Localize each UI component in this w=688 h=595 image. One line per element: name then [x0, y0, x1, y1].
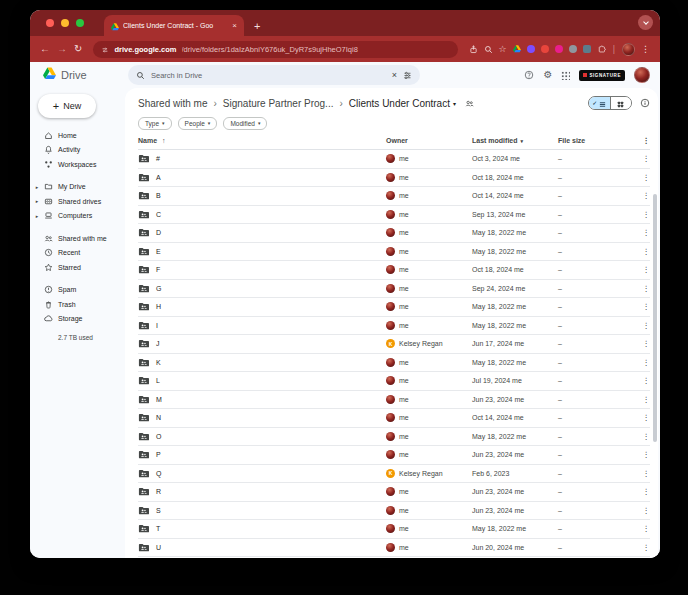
address-bar[interactable]: drive.google.com/drive/folders/1daIzAbni…	[93, 41, 457, 58]
grid-view-button[interactable]	[610, 97, 632, 109]
reload-button[interactable]: ↻	[74, 44, 82, 54]
header-modified[interactable]: Last modified ▾	[472, 137, 558, 144]
browser-tab[interactable]: Clients Under Contract - Goo ×	[104, 15, 244, 36]
folder-name-cell[interactable]: G	[138, 283, 386, 294]
minimize-window-button[interactable]	[61, 19, 69, 27]
header-size[interactable]: File size	[558, 137, 632, 144]
row-menu-button[interactable]: ⋮	[632, 358, 650, 367]
folder-name-cell[interactable]: N	[138, 412, 386, 423]
list-view-button[interactable]: ✓	[589, 97, 610, 109]
row-menu-button[interactable]: ⋮	[632, 376, 650, 385]
row-menu-button[interactable]: ⋮	[632, 413, 650, 422]
drive-logo[interactable]: Drive	[40, 66, 128, 84]
table-row[interactable]: OmeMay 18, 2022 me–⋮	[138, 428, 650, 447]
folder-name-cell[interactable]: A	[138, 172, 386, 183]
row-menu-button[interactable]: ⋮	[632, 210, 650, 219]
folder-name-cell[interactable]: B	[138, 190, 386, 201]
table-row[interactable]: KmeMay 18, 2022 me–⋮	[138, 354, 650, 373]
table-row[interactable]: ImeMay 18, 2022 me–⋮	[138, 317, 650, 336]
folder-name-cell[interactable]: S	[138, 505, 386, 516]
row-menu-button[interactable]: ⋮	[632, 228, 650, 237]
site-info-icon[interactable]	[101, 41, 109, 58]
table-row[interactable]: MmeJun 23, 2024 me–⋮	[138, 391, 650, 410]
sidebar-item-shared-with-me[interactable]: Shared with me	[30, 231, 125, 246]
sidebar-item-home[interactable]: Home	[30, 128, 125, 143]
sidebar-item-workspaces[interactable]: Workspaces	[30, 157, 125, 172]
row-menu-button[interactable]: ⋮	[632, 543, 650, 552]
table-row[interactable]: NmeOct 14, 2024 me–⋮	[138, 409, 650, 428]
table-row[interactable]: PmeJun 23, 2024 me–⋮	[138, 446, 650, 465]
help-icon[interactable]	[524, 66, 534, 84]
filter-chip-people[interactable]: People▾	[178, 117, 218, 130]
table-row[interactable]: HmeMay 18, 2022 me–⋮	[138, 298, 650, 317]
header-name[interactable]: Name ↑	[138, 137, 386, 144]
table-row[interactable]: #meOct 3, 2024 me–⋮	[138, 150, 650, 169]
search-bar[interactable]: ×	[128, 65, 420, 85]
slate-extension-icon[interactable]	[583, 45, 592, 54]
folder-name-cell[interactable]: P	[138, 449, 386, 460]
table-row[interactable]: LmeJul 19, 2024 me–⋮	[138, 372, 650, 391]
row-menu-button[interactable]: ⋮	[632, 302, 650, 311]
sidebar-item-starred[interactable]: Starred	[30, 260, 125, 275]
sidebar-item-recent[interactable]: Recent	[30, 246, 125, 261]
row-menu-button[interactable]: ⋮	[632, 191, 650, 200]
tab-close-button[interactable]: ×	[232, 22, 237, 30]
row-menu-button[interactable]: ⋮	[632, 506, 650, 515]
breadcrumb-item[interactable]: Shared with me	[138, 98, 207, 109]
table-row[interactable]: UmeJun 20, 2024 me–⋮	[138, 539, 650, 558]
table-row[interactable]: BmeOct 14, 2024 me–⋮	[138, 187, 650, 206]
clear-search-button[interactable]: ×	[392, 70, 397, 80]
sidebar-item-trash[interactable]: Trash	[30, 297, 125, 312]
search-zoom-icon[interactable]	[484, 40, 493, 58]
row-menu-button[interactable]: ⋮	[632, 469, 650, 478]
expand-caret-icon[interactable]: ▸	[34, 198, 40, 204]
row-menu-button[interactable]: ⋮	[632, 450, 650, 459]
info-button[interactable]	[640, 94, 650, 112]
folder-name-cell[interactable]: R	[138, 486, 386, 497]
expand-caret-icon[interactable]: ▸	[34, 184, 40, 190]
sidebar-item-shared-drives[interactable]: ▸Shared drives	[30, 194, 125, 209]
folder-menu-dropdown-icon[interactable]: ▾	[453, 100, 456, 107]
grey-extension-icon[interactable]	[569, 45, 578, 54]
table-row[interactable]: GmeSep 24, 2024 me–⋮	[138, 280, 650, 299]
row-menu-button[interactable]: ⋮	[632, 321, 650, 330]
row-menu-button[interactable]: ⋮	[632, 395, 650, 404]
row-menu-button[interactable]: ⋮	[632, 247, 650, 256]
folder-name-cell[interactable]: H	[138, 301, 386, 312]
share-icon[interactable]	[469, 40, 478, 58]
breadcrumb-item[interactable]: Clients Under Contract	[349, 98, 450, 109]
forward-button[interactable]: →	[57, 44, 67, 54]
breadcrumb-item[interactable]: Signature Partner Prog...	[223, 98, 334, 109]
bookmark-star-icon[interactable]: ☆	[499, 45, 507, 54]
row-menu-button[interactable]: ⋮	[632, 173, 650, 182]
table-row[interactable]: DmeMay 18, 2022 me–⋮	[138, 224, 650, 243]
settings-gear-icon[interactable]: ⚙	[543, 70, 552, 80]
browser-menu-button[interactable]: ⋮	[641, 44, 650, 54]
sidebar-item-storage[interactable]: Storage	[30, 312, 125, 327]
folder-name-cell[interactable]: U	[138, 542, 386, 553]
folder-name-cell[interactable]: T	[138, 523, 386, 534]
sidebar-item-activity[interactable]: Activity	[30, 143, 125, 158]
row-menu-button[interactable]: ⋮	[632, 432, 650, 441]
account-avatar[interactable]	[634, 67, 650, 83]
sidebar-item-spam[interactable]: Spam	[30, 283, 125, 298]
filter-chip-modified[interactable]: Modified▾	[223, 117, 267, 130]
row-menu-button[interactable]: ⋮	[632, 265, 650, 274]
purple-extension-icon[interactable]	[527, 45, 536, 54]
table-row[interactable]: CmeSep 13, 2024 me–⋮	[138, 206, 650, 225]
row-menu-button[interactable]: ⋮	[632, 524, 650, 533]
folder-name-cell[interactable]: C	[138, 209, 386, 220]
search-options-icon[interactable]	[403, 66, 412, 84]
sidebar-item-my-drive[interactable]: ▸My Drive	[30, 180, 125, 195]
pink-extension-icon[interactable]	[555, 45, 564, 54]
folder-name-cell[interactable]: #	[138, 153, 386, 164]
tab-search-button[interactable]	[638, 15, 653, 30]
row-menu-button[interactable]: ⋮	[632, 487, 650, 496]
table-row[interactable]: TmeMay 18, 2022 me–⋮	[138, 520, 650, 539]
table-row[interactable]: RmeJun 23, 2024 me–⋮	[138, 483, 650, 502]
table-row[interactable]: EmeMay 18, 2022 me–⋮	[138, 243, 650, 262]
folder-name-cell[interactable]: J	[138, 338, 386, 349]
table-row[interactable]: QKKelsey ReganFeb 6, 2023–⋮	[138, 465, 650, 484]
folder-name-cell[interactable]: K	[138, 357, 386, 368]
search-icon[interactable]	[136, 66, 145, 84]
